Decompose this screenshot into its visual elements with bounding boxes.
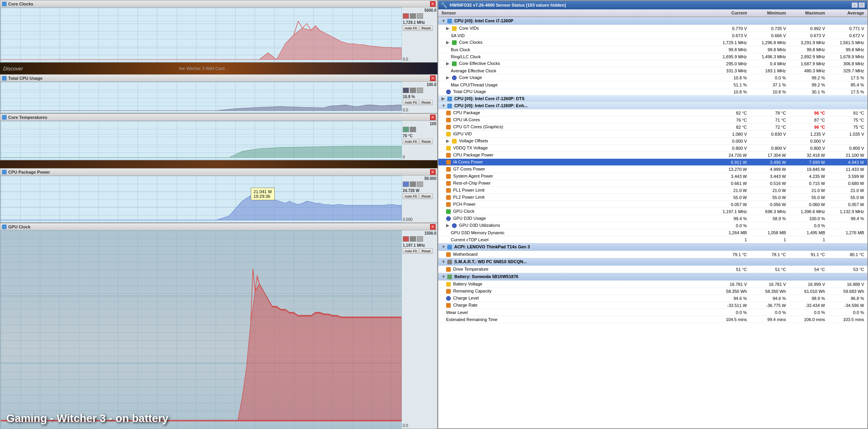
total-cpu-value-top: 100.0 <box>403 83 436 87</box>
core-temps-close-btn[interactable]: ✕ <box>430 115 436 120</box>
row-ctdp-level[interactable]: Current cTDP Level 1 1 1 <box>438 236 867 243</box>
hwinfo-panel: 🔧 HWiNFO32 v7.26-4800 Sensor Status [103… <box>438 0 868 429</box>
cpu-power-autofit-btn[interactable]: Auto Fit <box>403 194 419 199</box>
row-core-vids[interactable]: ▶ Core VIDs 0.770 V 0.735 V 0.992 V 0.77… <box>438 25 867 32</box>
row-core-effective-clocks[interactable]: ▶ Core Effective Clocks 295.0 MHz 0.4 MH… <box>438 60 867 67</box>
row-roc-power[interactable]: Rest-of-Chip Power 0.661 W 0.516 W 0.715… <box>438 180 867 187</box>
cpu-power-reset-btn[interactable]: Reset <box>420 194 433 199</box>
total-cpu-controls: 100.0 10.8 % Auto Fit Reset 0.0 <box>402 82 437 113</box>
core-clocks-value-current: 1,729.1 MHz <box>403 20 436 25</box>
core-temps-autofit-btn[interactable]: Auto Fit <box>403 139 419 144</box>
row-cpu-ia-cores[interactable]: CPU IA Cores 76 °C 71 °C 87 °C 75 °C <box>438 117 867 124</box>
core-clocks-color-boxes <box>403 13 436 19</box>
svg-marker-12 <box>1 193 402 220</box>
row-wear-level[interactable]: Wear Level 0.0 % 0.0 % 0.0 % 0.0 % <box>438 309 867 316</box>
row-pl2[interactable]: PL2 Power Limit 55.0 W 55.0 W 55.0 W 55.… <box>438 194 867 201</box>
cpu-power-window: CPU Package Power ✕ 21.041 W 19:29:36 5 <box>0 168 438 223</box>
row-cpu-package[interactable]: CPU Package 82 °C 78 °C 96 °C 81 °C <box>438 109 867 117</box>
row-remaining-capacity[interactable]: Remaining Capacity 58.350 Wh 58.350 Wh 6… <box>438 288 867 295</box>
gpu-clock-autofit-btn[interactable]: Auto Fit <box>403 248 419 254</box>
gpu-clock-value-top: 1500.0 <box>403 231 436 235</box>
total-cpu-area <box>0 82 402 113</box>
row-battery-voltage[interactable]: Battery Voltage 16.781 V 16.781 V 16.999… <box>438 281 867 288</box>
row-charge-rate[interactable]: Charge Rate -33.511 W -36.775 W -33.434 … <box>438 302 867 309</box>
core-temps-body: 100 70 °C Auto Fit Reset 0 <box>0 121 437 160</box>
row-max-cpu-thread[interactable]: Max CPU/Thread Usage 51.1 % 37.1 % 99.2 … <box>438 81 867 88</box>
core-clocks-reset-btn[interactable]: Reset <box>420 25 433 31</box>
row-core-usage[interactable]: ▶ Core Usage 10.8 % 0.0 % 99.2 % 17.5 % <box>438 74 867 81</box>
gpu-clock-reset-btn[interactable]: Reset <box>420 248 433 254</box>
row-sa-vid[interactable]: SA VID 0.673 V 0.666 V 0.673 V 0.672 V <box>438 32 867 39</box>
row-total-cpu-usage[interactable]: Total CPU Usage 10.8 % 10.8 % 30.1 % 17.… <box>438 88 867 95</box>
total-cpu-close-btn[interactable]: ✕ <box>430 75 436 81</box>
color-box-gray1 <box>410 13 416 19</box>
hwinfo-title: HWiNFO32 v7.26-4800 Sensor Status [103 v… <box>450 3 566 7</box>
total-cpu-icon <box>2 76 7 81</box>
cpu-power-value-top: 50.000 <box>403 176 436 181</box>
section-smart[interactable]: ▼ S.M.A.R.T.: WD PC SN810 SDCQN... <box>438 258 867 266</box>
color-box-gray7 <box>417 181 423 187</box>
color-box-gray4 <box>417 88 423 93</box>
expand-icon: ▼ <box>441 18 445 23</box>
row-drive-temp[interactable]: Drive Temperature 51 °C 51 °C 54 °C 53 °… <box>438 266 867 273</box>
minimize-btn[interactable]: – <box>852 2 858 8</box>
row-gt-cores-power[interactable]: GT Cores Power 13.270 W 4.999 W 19.845 W… <box>438 166 867 173</box>
row-ring-clock[interactable]: Ring/LLC Clock 1,695.9 MHz 1,496.3 MHz 2… <box>438 53 867 60</box>
sensor-table[interactable]: ▼ CPU [#0]: Intel Core i7-1260P ▶ Core V… <box>438 17 867 428</box>
row-est-remaining-time[interactable]: Estimated Remaining Time 104.5 mins 99.4… <box>438 316 867 323</box>
section-cpu-1260p[interactable]: ▼ CPU [#0]: Intel Core i7-1260P <box>438 17 867 25</box>
core-temps-title: Core Temperatures <box>8 115 47 120</box>
col-sensor: Sensor <box>440 10 709 16</box>
row-gpu-d3d-util[interactable]: ▶ GPU D3D Utilizations 0.0 % 0.0 % <box>438 222 867 229</box>
row-voltage-offsets[interactable]: ▶ Voltage Offsets 0.000 V 0.000 V <box>438 138 867 145</box>
row-ia-cores-power[interactable]: IA Cores Power 6.911 W 3.496 W 7.699 W 4… <box>438 159 867 166</box>
cpu-power-color-boxes <box>403 181 436 187</box>
row-cpu-package-power[interactable]: CPU Package Power 24.726 W 17.304 W 32.4… <box>438 152 867 159</box>
section-cpu-dts[interactable]: ▶ CPU [#0]: Intel Core i7-1260P: DTS <box>438 95 867 102</box>
total-cpu-btn-row: Auto Fit Reset <box>403 100 436 105</box>
row-gpu-d3d-usage[interactable]: GPU D3D Usage 99.4 % 58.9 % 100.0 % 99.4… <box>438 215 867 222</box>
core-clocks-controls: 5000.0 1,729.1 MHz Auto Fit Reset 0.0 <box>402 7 437 62</box>
color-box-gray6 <box>410 181 416 187</box>
core-clocks-close-btn[interactable]: ✕ <box>430 1 436 7</box>
maximize-btn[interactable]: □ <box>859 2 865 8</box>
color-box-gray3 <box>410 88 416 93</box>
banner-text: Discover <box>3 66 23 72</box>
core-temps-value-top: 100 <box>403 122 436 126</box>
gpu-clock-close-btn[interactable]: ✕ <box>430 224 436 230</box>
row-core-clocks[interactable]: ▶ Core Clocks 1,729.1 MHz 1,296.8 MHz 3,… <box>438 39 867 46</box>
row-motherboard[interactable]: Motherboard 79.1 °C 78.1 °C 91.1 °C 80.1… <box>438 251 867 258</box>
banner-subtitle: the Witcher 3 Wild Card... <box>179 66 228 71</box>
row-system-agent-power[interactable]: System Agent Power 3.443 W 3.443 W 4.235… <box>438 173 867 180</box>
row-igpu-vid[interactable]: iGPU VID 1.080 V 0.830 V 1.235 V 1.035 V <box>438 131 867 138</box>
svg-marker-15 <box>1 284 402 421</box>
color-box-gray9 <box>417 236 423 242</box>
row-vddq-tx[interactable]: VDDQ TX Voltage 0.800 V 0.800 V 0.800 V … <box>438 145 867 152</box>
row-pch-power[interactable]: PCH Power 0.057 W 0.056 W 0.060 W 0.057 … <box>438 201 867 208</box>
core-temps-btn-row: Auto Fit Reset <box>403 139 436 144</box>
core-clocks-autofit-btn[interactable]: Auto Fit <box>403 25 419 31</box>
row-bus-clock[interactable]: Bus Clock 99.8 MHz 99.8 MHz 99.8 MHz 99.… <box>438 46 867 53</box>
total-cpu-autofit-btn[interactable]: Auto Fit <box>403 100 419 105</box>
row-avg-effective-clock[interactable]: Average Effective Clock 331.3 MHz 183.1 … <box>438 67 867 74</box>
gpu-clock-title: GPU Clock <box>8 224 30 229</box>
row-gpu-d3d-mem[interactable]: GPU D3D Memory Dynamic 1,264 MB 1,058 MB… <box>438 229 867 236</box>
color-box-red <box>403 13 409 19</box>
game-text: Gaming - Witcher 3 - on battery <box>6 412 168 425</box>
row-pl1[interactable]: PL1 Power Limit 21.0 W 21.0 W 21.0 W 21.… <box>438 187 867 194</box>
cpu-power-close-btn[interactable]: ✕ <box>430 169 436 175</box>
core-clocks-value-top: 5000.0 <box>403 8 436 13</box>
section-battery[interactable]: ▼ Battery: Sunwoda 5B10W51876 <box>438 273 867 281</box>
section-cpu-enh[interactable]: ▼ CPU [#0]: Intel Core i7-1260P: Enh... <box>438 102 867 109</box>
row-charge-level[interactable]: Charge Level 94.6 % 94.6 % 98.9 % 96.8 % <box>438 295 867 302</box>
core-temps-reset-btn[interactable]: Reset <box>420 139 433 144</box>
row-cpu-gt-cores[interactable]: CPU GT Cores (Graphics) 82 °C 72 °C 96 °… <box>438 124 867 131</box>
color-box-red2 <box>403 236 409 242</box>
section-acpi[interactable]: ▼ ACPI: LENOVO ThinkPad T14s Gen 3 <box>438 243 867 251</box>
core-temps-titlebar: Core Temperatures ✕ <box>0 114 437 121</box>
cpu-power-value-bottom: 0.000 <box>403 217 436 222</box>
total-cpu-reset-btn[interactable]: Reset <box>420 100 433 105</box>
core-temps-area <box>0 121 402 160</box>
row-gpu-clock[interactable]: GPU Clock 1,197.1 MHz 698.3 MHz 1,396.6 … <box>438 208 867 215</box>
cpu-icon <box>447 19 452 23</box>
